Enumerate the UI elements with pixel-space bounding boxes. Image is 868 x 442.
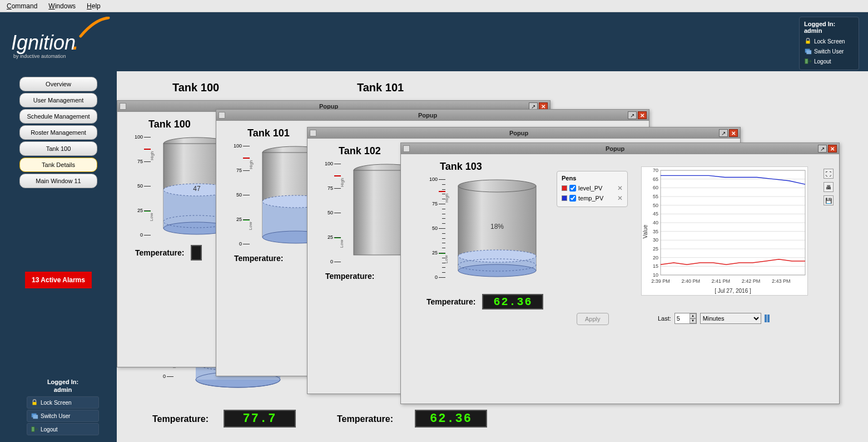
popup-icon [403, 145, 410, 152]
svg-rect-7 [32, 427, 34, 432]
sidebar-footer: Logged In: admin Lock Screen Switch User… [27, 379, 99, 436]
nav-roster-mgmt[interactable]: Roster Management [19, 125, 97, 140]
nav-main-window-11[interactable]: Main Window 11 [19, 174, 97, 188]
time-range-row: Last: ▲▼ Minutes [658, 313, 770, 324]
svg-point-26 [458, 180, 536, 192]
bg-tank-100-label: Tank 100 [172, 81, 219, 94]
pen-row-level: level_PV ✕ [562, 183, 623, 193]
switch-user-icon [31, 412, 38, 420]
svg-text:60: 60 [653, 185, 658, 190]
pen-remove-icon[interactable]: ✕ [617, 194, 623, 202]
swoosh-icon [78, 17, 111, 39]
svg-text:2:41 PM: 2:41 PM [712, 278, 731, 284]
logout-icon [31, 425, 38, 433]
save-button[interactable]: 💾 [824, 195, 834, 205]
menu-command[interactable]: CCommandommand [4, 1, 39, 11]
svg-text:2:40 PM: 2:40 PM [681, 278, 700, 284]
fullscreen-button[interactable]: ⛶ [824, 169, 834, 179]
footer-login-label: Logged In: [27, 379, 99, 385]
spinner-down[interactable]: ▼ [690, 318, 696, 323]
svg-text:2:39 PM: 2:39 PM [651, 278, 670, 284]
svg-text:2:42 PM: 2:42 PM [742, 278, 761, 284]
nav-tank-details[interactable]: Tank Details [19, 158, 97, 172]
logo-text: Ignition [11, 31, 76, 54]
maximize-button[interactable]: ↗ [818, 145, 827, 153]
session-box: Logged In: admin Lock Screen Switch User… [799, 17, 859, 70]
temp-label: Temperature: [234, 254, 283, 263]
maximize-button[interactable]: ↗ [628, 111, 637, 119]
pause-button[interactable] [765, 315, 770, 322]
level-scale: 100 High 75 50 Low 25 0 [426, 179, 445, 277]
chart-svg: 10152025303540455055606570Value2:39 PM2:… [642, 167, 809, 296]
svg-point-29 [458, 264, 536, 277]
popup-title-text: Popup [412, 145, 818, 152]
footer-logout-button[interactable]: Logout [27, 423, 99, 435]
tank-cylinder: 18% [455, 179, 539, 277]
nav-user-mgmt[interactable]: User Management [19, 93, 97, 107]
maximize-button[interactable]: ↗ [719, 129, 728, 137]
level-scale: 100 High 75 50 Low 25 0 [322, 164, 341, 262]
popup-titlebar[interactable]: Popup ↗ ✕ [401, 143, 839, 154]
spinner-up[interactable]: ▲ [690, 313, 696, 318]
logout-button[interactable]: Logout [804, 56, 854, 66]
svg-rect-0 [806, 41, 810, 43]
popup-titlebar[interactable]: Popup ↗ ✕ [307, 127, 740, 139]
svg-text:30: 30 [653, 237, 658, 243]
bg-lcd-a: 77.7 [224, 410, 296, 428]
bg-temp-label-b: Temperature: [337, 414, 393, 424]
svg-text:70: 70 [653, 168, 658, 173]
svg-text:10: 10 [653, 272, 658, 278]
pen-remove-icon[interactable]: ✕ [617, 184, 623, 192]
close-button[interactable]: ✕ [638, 111, 647, 119]
last-unit-select[interactable]: Minutes [700, 313, 761, 324]
pen-checkbox-level[interactable] [569, 185, 576, 191]
pen-checkbox-temp[interactable] [569, 195, 576, 202]
popup-title-text: Popup [319, 130, 719, 136]
switch-user-icon [804, 47, 812, 55]
menu-help[interactable]: HelpHelp [85, 1, 103, 11]
svg-text:[ Jul 27, 2016 ]: [ Jul 27, 2016 ] [715, 288, 751, 294]
svg-text:40: 40 [653, 220, 658, 225]
svg-text:55: 55 [653, 194, 658, 199]
pens-title: Pens [562, 175, 623, 181]
bg-tank-101-label: Tank 101 [357, 81, 404, 94]
bg-lcd-b: 62.36 [415, 410, 487, 428]
footer-switch-button[interactable]: Switch User [27, 410, 99, 422]
popup-icon [310, 130, 316, 136]
active-alarms-button[interactable]: 13 Active Alarms [25, 272, 92, 288]
lock-icon [804, 37, 812, 45]
nav-overview[interactable]: Overview [19, 77, 97, 91]
footer-lock-button[interactable]: Lock Screen [27, 396, 99, 409]
popup-tank-103: Popup ↗ ✕ Tank 103 100 High 75 50 Low 25 [400, 143, 840, 404]
menubar: CCommandommand WindowsWindows HelpHelp [0, 0, 868, 12]
temp-lcd-partial [191, 245, 202, 261]
level-scale: 100 High 75 50 Low 25 0 [231, 146, 250, 244]
logout-icon [804, 57, 812, 65]
level-scale: 100 High 75 50 Low 25 0 [132, 137, 151, 235]
close-button[interactable]: ✕ [828, 145, 837, 153]
menu-windows[interactable]: WindowsWindows [46, 1, 78, 11]
apply-button[interactable]: Apply [577, 313, 609, 325]
pen-swatch-red [562, 185, 567, 191]
header: Ignition. by inductive automation Logged… [0, 12, 868, 71]
pen-label: level_PV [578, 185, 602, 191]
temp-label: Temperature: [325, 272, 374, 281]
svg-rect-2 [806, 50, 811, 54]
lock-screen-button[interactable]: Lock Screen [804, 36, 854, 46]
svg-rect-4 [33, 402, 37, 405]
pens-panel: Pens level_PV ✕ temp_PV ✕ [557, 171, 628, 207]
logo: Ignition. by inductive automation [11, 25, 80, 59]
switch-user-button[interactable]: Switch User [804, 46, 854, 56]
temp-label: Temperature: [426, 297, 475, 306]
session-login: Logged In: admin [804, 21, 854, 34]
close-button[interactable]: ✕ [729, 129, 738, 137]
lock-icon [31, 399, 38, 406]
bg-temp-label-a: Temperature: [152, 414, 209, 424]
popup-titlebar[interactable]: Popup ↗ ✕ [216, 110, 649, 121]
nav-schedule-mgmt[interactable]: Schedule Management [19, 109, 97, 124]
footer-login-user: admin [27, 386, 99, 393]
temp-lcd: 62.36 [482, 294, 543, 310]
svg-text:25: 25 [653, 246, 658, 252]
print-button[interactable]: 🖶 [824, 182, 834, 192]
nav-tank-100[interactable]: Tank 100 [19, 141, 97, 156]
